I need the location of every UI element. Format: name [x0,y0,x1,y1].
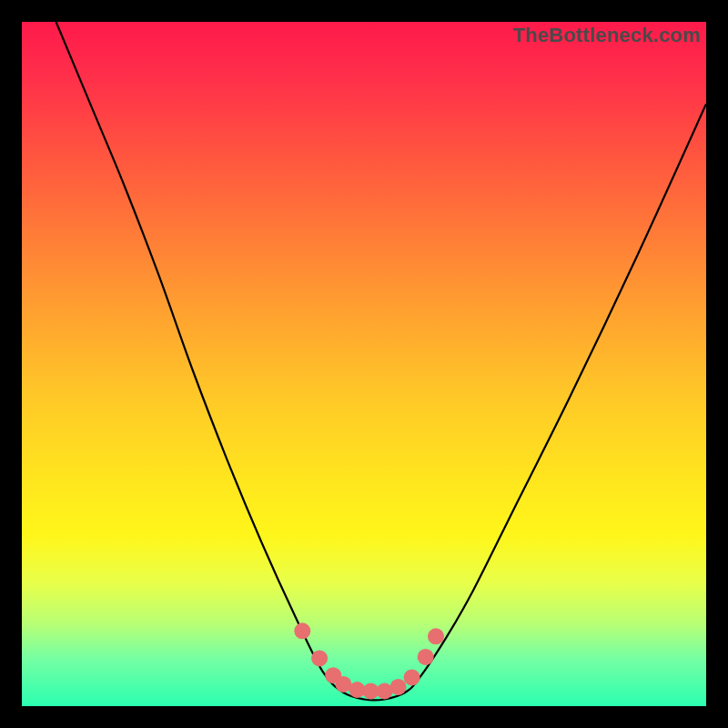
bottleneck-curve [56,22,706,700]
marker-dot [294,622,310,639]
marker-dot [311,650,328,666]
highlight-markers [294,622,444,699]
plot-area: TheBottleneck.com [22,22,706,706]
chart-frame: TheBottleneck.com [0,0,728,728]
marker-dot [418,649,434,665]
marker-dot [390,679,407,695]
marker-dot [428,628,444,644]
curve-layer [22,22,706,706]
marker-dot [404,669,420,685]
